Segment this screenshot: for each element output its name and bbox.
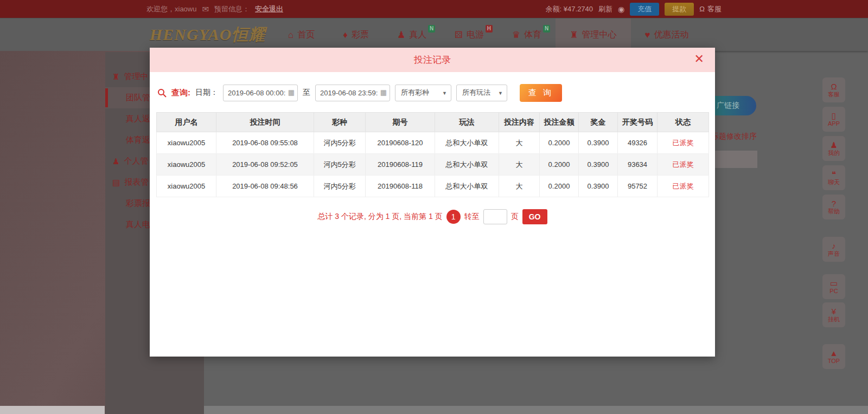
- cell-bet-time: 2019-06-08 09:55:08: [216, 132, 314, 154]
- col-username: 用户名: [157, 113, 216, 132]
- nav-item-promotions[interactable]: ♥ 优惠活动: [631, 18, 703, 51]
- cell-draw-number: 95752: [618, 176, 658, 197]
- logout-link[interactable]: 安全退出: [255, 4, 283, 14]
- cell-status[interactable]: 已派奖: [658, 176, 709, 197]
- sidebar-label: 真人返: [126, 114, 150, 124]
- users-icon: ♜: [112, 72, 119, 82]
- gamepad-icon: ⚄: [455, 29, 463, 41]
- topbar-service[interactable]: Ω 客服: [699, 4, 722, 14]
- cell-amount: 0.2000: [540, 176, 579, 197]
- sidebar-label: 彩票报: [126, 198, 150, 209]
- user-icon: ♟: [112, 157, 119, 166]
- gift-icon: ♥: [645, 30, 650, 41]
- play-type-select[interactable]: 所有玩法 ▼: [456, 85, 507, 101]
- calendar-icon[interactable]: ▦: [288, 88, 295, 96]
- chevron-down-icon: ▼: [498, 90, 503, 96]
- bet-records-modal: 投注记录 ✕ 查询: 日期： ▦ 至 ▦ 所有彩种 ▼: [150, 48, 715, 357]
- col-status: 状态: [658, 113, 709, 132]
- phone-icon: ▯: [832, 112, 836, 120]
- date-to-wrap: ▦: [315, 85, 390, 101]
- cell-amount: 0.2000: [540, 132, 579, 154]
- bet-records-table: 用户名 投注时间 彩种 期号 玩法 投注内容 投注金额 奖金 开奖号码 状态 x…: [156, 112, 709, 197]
- ticket-icon: ♦: [343, 30, 348, 41]
- date-from-input[interactable]: [223, 85, 298, 101]
- date-to-input[interactable]: [315, 85, 390, 101]
- nav-item-egames[interactable]: ⚄ 电游 H: [441, 18, 498, 51]
- withdraw-button[interactable]: 提款: [665, 3, 694, 16]
- lottery-type-select[interactable]: 所有彩种 ▼: [395, 85, 451, 101]
- cell-play: 总和大小单双: [435, 176, 499, 197]
- refresh-link[interactable]: 刷新: [598, 4, 612, 14]
- nav-items: ⌂ 首页 ♦ 彩票 ♟ 真人 N ⚄ 电游 H ♛ 体育 N: [274, 18, 703, 51]
- person-icon: ♟: [397, 29, 405, 41]
- nav-label: 首页: [297, 29, 315, 41]
- query-label: 查询:: [171, 88, 190, 98]
- dock-item-service[interactable]: Ω 客服: [822, 77, 845, 102]
- page-1-button[interactable]: 1: [446, 210, 461, 224]
- play-type-value: 所有玩法: [462, 88, 490, 98]
- col-amount: 投注金额: [540, 113, 579, 132]
- cell-username: xiaowu2005: [157, 154, 216, 176]
- dock-item-chat[interactable]: ❝ 聊天: [822, 165, 845, 190]
- cell-content: 大: [499, 176, 540, 197]
- eye-icon[interactable]: ◉: [618, 5, 624, 14]
- cell-play: 总和大小单双: [435, 154, 499, 176]
- dock-label: TOP: [828, 358, 840, 364]
- nav-item-sports[interactable]: ♛ 体育 N: [498, 18, 556, 51]
- dock-label: 挂机: [828, 316, 840, 322]
- users-icon: ♜: [570, 29, 578, 41]
- nav-item-home[interactable]: ⌂ 首页: [274, 18, 329, 51]
- cell-draw-number: 93634: [618, 154, 658, 176]
- modal-title: 投注记录: [414, 54, 451, 66]
- recharge-button[interactable]: 充值: [630, 3, 659, 16]
- cell-issue: 20190608-118: [366, 176, 435, 197]
- nav-label: 电游: [467, 29, 484, 41]
- dock-label: 我的: [828, 150, 840, 156]
- mail-icon[interactable]: ✉: [202, 4, 209, 14]
- dock-item-top[interactable]: ▲ TOP: [822, 344, 845, 369]
- col-play: 玩法: [435, 113, 499, 132]
- nav-item-lottery[interactable]: ♦ 彩票: [329, 18, 383, 51]
- dock-item-pc[interactable]: ▭ PC: [822, 274, 845, 299]
- nav-item-management-center[interactable]: ♜ 管理中心: [556, 18, 630, 51]
- dock-item-autobet[interactable]: ¥ 挂机: [822, 302, 845, 327]
- dock-item-app[interactable]: ▯ APP: [822, 107, 845, 132]
- report-icon: ▤: [112, 178, 120, 187]
- calendar-icon[interactable]: ▦: [380, 88, 387, 96]
- table-header-row: 用户名 投注时间 彩种 期号 玩法 投注内容 投注金额 奖金 开奖号码 状态: [157, 113, 709, 132]
- dock-label: APP: [828, 121, 840, 127]
- col-issue: 期号: [366, 113, 435, 132]
- nav-label: 体育: [524, 29, 541, 41]
- goto-page-input[interactable]: [483, 209, 507, 224]
- cell-prize: 0.3900: [579, 176, 618, 197]
- goto-label: 转至: [464, 212, 480, 222]
- nav-label: 彩票: [352, 29, 369, 41]
- nav-item-live[interactable]: ♟ 真人 N: [383, 18, 441, 51]
- badge-hot: H: [486, 25, 493, 33]
- dock-item-help[interactable]: ? 帮助: [822, 195, 845, 219]
- cell-username: xiaowu2005: [157, 132, 216, 154]
- cell-bet-time: 2019-06-08 09:52:05: [216, 154, 314, 176]
- nav-label: 优惠活动: [654, 29, 689, 41]
- cell-prize: 0.3900: [579, 132, 618, 154]
- dock-item-mine[interactable]: ♟ 我的: [822, 136, 845, 161]
- query-button[interactable]: 查 询: [520, 84, 562, 102]
- badge-new: N: [428, 25, 435, 33]
- sidebar-label: 管理中: [124, 72, 148, 82]
- sidebar-label: 团队管: [126, 93, 150, 103]
- topbar-left: 欢迎您，xiaowu ✉ 预留信息： 安全退出: [146, 4, 283, 14]
- nav-label: 真人: [409, 29, 426, 41]
- search-icon: [157, 88, 167, 98]
- go-button[interactable]: GO: [522, 209, 547, 224]
- cell-issue: 20190608-119: [366, 154, 435, 176]
- dock-item-sound[interactable]: ♪ 声音: [822, 237, 845, 262]
- title-sort-link[interactable]: 标题修改排序: [711, 132, 757, 141]
- cell-status[interactable]: 已派奖: [658, 154, 709, 176]
- topbar: 欢迎您，xiaowu ✉ 预留信息： 安全退出 余额: ¥47.2740 刷新 …: [0, 0, 868, 18]
- close-icon[interactable]: ✕: [694, 53, 704, 65]
- site-logo[interactable]: HENGYAO恒耀: [150, 24, 265, 46]
- cell-status[interactable]: 已派奖: [658, 132, 709, 154]
- col-draw-number: 开奖号码: [618, 113, 658, 132]
- topbar-right: 余额: ¥47.2740 刷新 ◉ 充值 提款 Ω 客服: [546, 3, 722, 16]
- footer-strip-right: [204, 406, 868, 414]
